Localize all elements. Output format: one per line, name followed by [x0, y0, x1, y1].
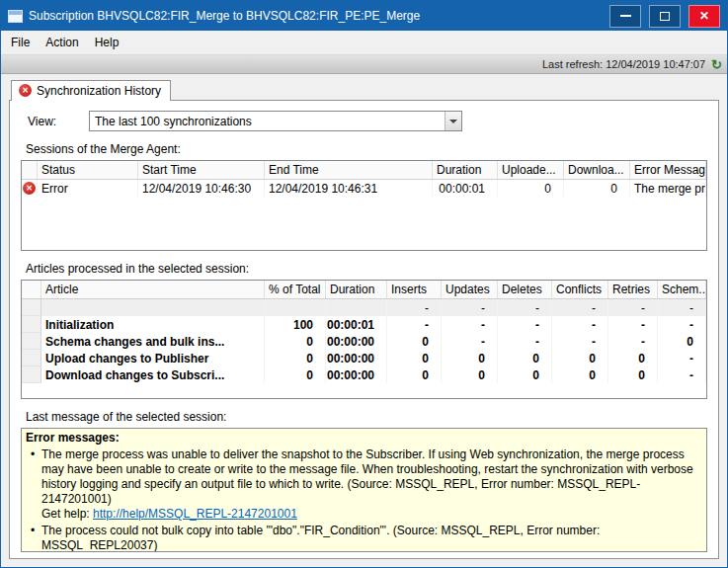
cell-schema: 0 — [658, 333, 706, 350]
cell-uploaded: 0 — [498, 180, 564, 197]
table-row[interactable]: Schema changes and bulk ins... 0 00:00:0… — [22, 333, 706, 350]
row-header — [22, 366, 41, 383]
cell-error-message: The merge pr... — [630, 180, 706, 197]
cell-inserts: 0 — [387, 333, 442, 350]
table-row[interactable]: Error 12/04/2019 10:46:30 12/04/2019 10:… — [22, 180, 706, 197]
row-header — [22, 299, 41, 316]
error-message-item: The merge process was unable to deliver … — [26, 447, 700, 522]
view-row: View: The last 100 synchronizations — [28, 111, 712, 131]
cell-retries: 0 — [608, 350, 658, 366]
menu-item-file[interactable]: File — [3, 33, 38, 52]
column-header-conflicts[interactable]: Conflicts — [552, 281, 608, 298]
caption-buttons — [609, 5, 720, 28]
cell-inserts: - — [387, 299, 442, 316]
articles-table: Article % of Total Duration Inserts Upda… — [21, 280, 707, 399]
status-error-icon — [22, 180, 38, 197]
column-header-duration[interactable]: Duration — [433, 161, 498, 179]
cell-schema: - — [658, 316, 706, 333]
cell-duration: 00:00:00 — [326, 366, 387, 383]
window-title: Subscription BHVSQLC82:FIR_Merge to BHVS… — [29, 9, 609, 23]
view-select[interactable]: The last 100 synchronizations — [89, 111, 462, 131]
error-message-item: The process could not bulk copy into tab… — [26, 524, 700, 552]
tab-panel: View: The last 100 synchronizations Sess… — [9, 100, 719, 559]
cell-status: Error — [38, 180, 138, 197]
minimize-icon — [620, 15, 631, 17]
column-header-inserts[interactable]: Inserts — [387, 281, 442, 298]
column-header-schema[interactable]: Schem... — [658, 281, 706, 298]
menu-item-help[interactable]: Help — [87, 33, 127, 52]
cell-updates: - — [442, 333, 498, 350]
column-header-end-time[interactable]: End Time — [265, 161, 433, 179]
cell-article — [41, 299, 265, 316]
articles-header-row: Article % of Total Duration Inserts Upda… — [22, 281, 706, 299]
sessions-header-row: Status Start Time End Time Duration Uplo… — [22, 161, 706, 180]
column-header-uploaded[interactable]: Uploade... — [498, 161, 564, 179]
cell-schema: - — [658, 350, 706, 366]
table-row[interactable]: Initialization 100 00:00:01 - - - - - - — [22, 316, 706, 333]
table-row[interactable]: - - - - - - — [22, 299, 706, 316]
column-header-deletes[interactable]: Deletes — [498, 281, 552, 298]
sessions-label: Sessions of the Merge Agent: — [26, 142, 712, 157]
menubar: File Action Help — [1, 31, 727, 54]
cell-conflicts: - — [552, 333, 608, 350]
cell-article: Download changes to Subscri... — [41, 366, 265, 383]
cell-inserts: - — [387, 316, 442, 333]
cell-updates: - — [442, 316, 498, 333]
cell-conflicts: - — [552, 316, 608, 333]
table-row[interactable]: Upload changes to Publisher 0 00:00:00 0… — [22, 350, 706, 366]
cell-duration — [326, 299, 387, 316]
cell-pct: 0 — [265, 366, 326, 383]
cell-deletes: - — [498, 299, 552, 316]
column-header-article[interactable]: Article — [41, 281, 265, 298]
cell-retries: - — [608, 333, 658, 350]
column-header-icon[interactable] — [22, 161, 38, 179]
cell-schema: - — [658, 366, 706, 383]
cell-article: Initialization — [41, 316, 265, 333]
view-label: View: — [28, 115, 89, 128]
row-header — [22, 333, 41, 350]
cell-updates: 0 — [442, 350, 498, 366]
column-header-updates[interactable]: Updates — [442, 281, 498, 298]
menu-item-action[interactable]: Action — [38, 33, 86, 52]
column-header-retries[interactable]: Retries — [608, 281, 658, 298]
cell-pct: 0 — [265, 350, 326, 366]
message-box[interactable]: Error messages: The merge process was un… — [21, 428, 707, 552]
maximize-icon — [660, 12, 670, 21]
column-header-error-message[interactable]: Error Message — [630, 161, 706, 179]
articles-label: Articles processed in the selected sessi… — [26, 262, 712, 277]
titlebar: Subscription BHVSQLC82:FIR_Merge to BHVS… — [1, 1, 727, 31]
cell-start-time: 12/04/2019 10:46:30 — [138, 180, 265, 197]
minimize-button[interactable] — [609, 5, 641, 28]
row-header — [22, 316, 41, 333]
row-header — [22, 350, 41, 366]
maximize-button[interactable] — [649, 5, 681, 28]
column-header-duration[interactable]: Duration — [326, 281, 387, 298]
cell-article: Upload changes to Publisher — [41, 350, 265, 366]
column-header-start-time[interactable]: Start Time — [138, 161, 265, 179]
cell-duration: 00:00:00 — [326, 350, 387, 366]
cell-conflicts: 0 — [552, 350, 608, 366]
cell-duration: 00:00:01 — [433, 180, 498, 197]
cell-updates: - — [442, 299, 498, 316]
message-label: Last message of the selected session: — [26, 410, 712, 425]
error-message-list: The merge process was unable to deliver … — [26, 447, 700, 552]
cell-downloaded: 0 — [564, 180, 630, 197]
column-header-downloaded[interactable]: Downloa... — [564, 161, 630, 179]
refresh-bar: Last refresh: 12/04/2019 10:47:07 ↻ — [1, 54, 727, 74]
cell-end-time: 12/04/2019 10:46:31 — [265, 180, 433, 197]
cell-schema: - — [658, 299, 706, 316]
table-row[interactable]: Download changes to Subscri... 0 00:00:0… — [22, 366, 706, 383]
column-header-rowselector[interactable] — [22, 281, 41, 298]
close-button[interactable] — [688, 5, 720, 28]
get-help-link[interactable]: http://help/MSSQL_REPL-2147201001 — [93, 507, 297, 521]
sessions-table: Status Start Time End Time Duration Uplo… — [21, 160, 707, 251]
cell-duration: 00:00:01 — [326, 316, 387, 333]
cell-duration: 00:00:00 — [326, 333, 387, 350]
tab-synchronization-history[interactable]: Synchronization History — [11, 80, 171, 101]
window-icon — [8, 10, 23, 23]
column-header-pct-of-total[interactable]: % of Total — [265, 281, 326, 298]
chevron-down-icon[interactable] — [445, 112, 461, 130]
refresh-icon[interactable]: ↻ — [711, 58, 722, 71]
cell-updates: 0 — [442, 366, 498, 383]
column-header-status[interactable]: Status — [38, 161, 138, 179]
